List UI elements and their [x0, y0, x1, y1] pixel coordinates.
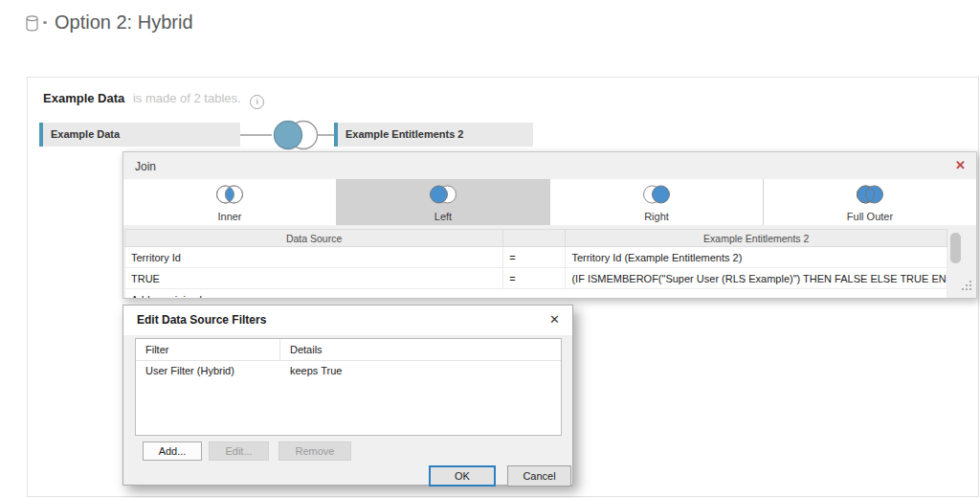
filter-details: keeps True [280, 361, 561, 380]
join-clause-table-wrap: Data Source Example Entitlements 2 Terri… [124, 229, 947, 298]
table-box-right[interactable]: Example Entitlements 2 [334, 123, 533, 147]
scrollbar-thumb[interactable] [950, 233, 961, 263]
clause-header-op [503, 230, 566, 247]
clause-header-right: Example Entitlements 2 [566, 230, 947, 247]
venn-left-icon [426, 183, 460, 210]
join-dialog: Join ✕ Inner [122, 151, 977, 299]
add-clause-row[interactable]: Add new join clause [125, 289, 947, 299]
add-button[interactable]: Add... [143, 441, 202, 461]
filter-list-header: Filter Details [136, 339, 561, 361]
tab-full-outer-join[interactable]: Full Outer [764, 179, 976, 225]
clause-header-left: Data Source [125, 230, 503, 247]
datasource-name: Example Data [43, 91, 124, 105]
filter-column-header: Filter [136, 339, 280, 360]
database-icon [26, 15, 38, 35]
filter-name: User Filter (Hybrid) [136, 361, 280, 380]
details-column-header: Details [280, 339, 561, 360]
clause-left-field[interactable]: Territory Id [125, 247, 503, 268]
edit-data-source-filters-dialog: Edit Data Source Filters ✕ Filter Detail… [122, 305, 573, 486]
join-dialog-titlebar: Join ✕ [123, 152, 976, 179]
edit-button: Edit... [209, 441, 269, 461]
clause-row[interactable]: TRUE = (IF ISMEMBEROF("Super User (RLS E… [125, 268, 947, 289]
add-clause-label[interactable]: Add new join clause [125, 289, 947, 299]
tab-left-join[interactable]: Left [337, 179, 550, 225]
connector-line [318, 134, 335, 136]
page-title: Option 2: Hybrid [55, 11, 193, 34]
join-close-icon[interactable]: ✕ [955, 158, 966, 172]
datasource-subtitle: is made of 2 tables. [133, 91, 241, 105]
tab-label: Left [434, 211, 452, 222]
venn-inner-icon [212, 183, 247, 210]
datasource-title: Example Data is made of 2 tables. i [43, 91, 264, 109]
ok-button[interactable]: OK [429, 465, 496, 487]
clause-operator[interactable]: = [503, 268, 566, 289]
tab-right-join[interactable]: Right [550, 179, 764, 225]
caret-dot-icon [43, 21, 47, 24]
tab-label: Full Outer [847, 211, 893, 222]
screen: Option 2: Hybrid Example Data is made of… [0, 0, 980, 498]
filter-list-row[interactable]: User Filter (Hybrid) keeps True [136, 361, 561, 380]
venn-left-join-icon[interactable] [269, 118, 323, 156]
cancel-button[interactable]: Cancel [507, 465, 571, 487]
venn-full-outer-icon [853, 183, 887, 210]
clause-row[interactable]: Territory Id = Territory Id (Example Ent… [125, 247, 947, 268]
connector-line [240, 134, 272, 136]
info-icon[interactable]: i [250, 95, 264, 109]
table-box-left[interactable]: Example Data [39, 123, 240, 147]
filter-dialog-titlebar: Edit Data Source Filters ✕ [123, 306, 572, 335]
join-type-tabs: Inner Left Right [123, 179, 976, 225]
venn-right-icon [639, 183, 674, 210]
tab-label: Inner [217, 211, 241, 222]
clause-right-field[interactable]: (IF ISMEMBEROF("Super User (RLS Example)… [566, 268, 947, 289]
clause-header-row: Data Source Example Entitlements 2 [125, 230, 947, 247]
filter-dialog-close-icon[interactable]: ✕ [549, 312, 560, 327]
remove-button: Remove [278, 441, 351, 461]
clause-right-field[interactable]: Territory Id (Example Entitlements 2) [566, 247, 947, 268]
tab-label: Right [644, 211, 669, 222]
clause-operator[interactable]: = [503, 247, 566, 268]
join-clause-table: Data Source Example Entitlements 2 Terri… [124, 229, 947, 298]
filter-dialog-title: Edit Data Source Filters [137, 313, 266, 327]
clause-left-field[interactable]: TRUE [125, 268, 503, 289]
filter-list: Filter Details User Filter (Hybrid) keep… [135, 338, 562, 436]
resize-grip-icon[interactable] [962, 278, 972, 295]
join-dialog-title: Join [135, 160, 156, 173]
tab-inner-join[interactable]: Inner [123, 179, 337, 225]
